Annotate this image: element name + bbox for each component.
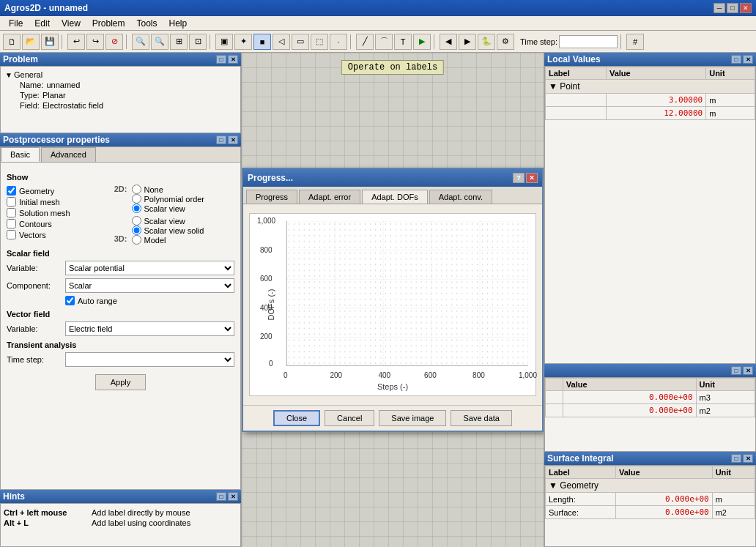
arrow-left[interactable]: ◀ [440,34,457,50]
model-radio[interactable] [132,235,141,245]
time-step-select[interactable] [65,352,234,367]
local-val-1-value: 3.00000 [606,94,705,107]
post-panel-detach[interactable]: □ [216,135,226,144]
geometry-checkbox[interactable] [7,186,16,196]
x-tick-0: 0 [284,371,288,379]
zoom-in-button[interactable]: 🔍 [132,34,149,50]
settings-button[interactable]: ⚙ [497,34,514,50]
zoom-area-button[interactable]: ⊡ [189,34,207,50]
panel2-detach[interactable]: □ [731,366,741,375]
vectors-checkbox[interactable] [7,230,16,239]
auto-range-checkbox[interactable] [65,296,75,305]
hints-panel-close[interactable]: ✕ [228,492,238,501]
vector-variable-select[interactable]: Electric field [65,321,234,336]
post-panel-close[interactable]: ✕ [228,135,238,144]
menu-file[interactable]: File [3,17,29,30]
solid-radio[interactable] [132,226,141,235]
contours-checkbox[interactable] [7,219,16,228]
close-button[interactable]: Close [273,410,320,426]
field-value: Electrostatic field [42,101,103,110]
tree-expand-icon[interactable]: ▼ [5,71,14,79]
dialog-overlay: Progress... ? ✕ Progress Adapt. error Ad… [242,53,544,547]
problem-tree: ▼ General Name: unnamed Type: Planar [1,67,240,133]
save-data-button[interactable]: Save data [451,410,512,426]
solution-mesh-checkbox[interactable] [7,208,16,217]
arrow-right[interactable]: ▶ [459,34,476,50]
rect-button[interactable]: ▭ [292,34,309,50]
scalar-2d-radio[interactable] [132,204,141,213]
contours-label: Contours [19,220,52,228]
tab-adapt-dofs[interactable]: Adapt. DOFs [362,190,428,204]
menu-problem[interactable]: Problem [86,17,131,30]
post-tabs: Basic Advanced [1,147,240,163]
new-button[interactable]: 🗋 [3,34,21,50]
time-step-input[interactable] [559,35,618,48]
scalar-3d-radio[interactable] [132,216,141,226]
problem-panel-title: Problem [3,54,38,64]
dialog-close-btn[interactable]: ✕ [526,173,538,183]
dialog-help-btn[interactable]: ? [513,173,525,183]
close-button[interactable]: ✕ [740,3,752,13]
python-button[interactable]: 🐍 [478,34,495,50]
chart-inner: 1,000 800 600 400 200 0 0 200 400 600 80… [286,221,528,366]
text-button[interactable]: T [394,34,412,50]
polygon-button[interactable]: ◁ [273,34,290,50]
problem-panel-detach[interactable]: □ [216,55,226,64]
zoom-out-button[interactable]: 🔍 [151,34,168,50]
local-values-close[interactable]: ✕ [743,55,753,64]
dialog-body: DOFs (-) [243,204,542,405]
variable-select[interactable]: Scalar potential [65,261,234,275]
problem-panel-close[interactable]: ✕ [228,55,238,64]
save-button[interactable]: 💾 [41,34,59,50]
tab-adapt-conv[interactable]: Adapt. conv. [429,190,492,204]
left-panel: Problem □ ✕ ▼ General Name: unnamed [0,53,242,547]
line-button[interactable]: ╱ [356,34,374,50]
local-values-title: Local Values [547,54,601,64]
component-select[interactable]: Scalar [65,278,234,293]
poly-radio[interactable] [132,194,141,204]
tab-basic[interactable]: Basic [1,147,40,162]
edge-button[interactable]: ■ [253,34,271,50]
none-radio[interactable] [132,185,141,194]
curve-button[interactable]: ⌒ [375,34,393,50]
post-panel-title: Postprocessor properties [3,135,110,145]
node-button[interactable]: ✦ [234,34,252,50]
vector-variable-label: Variable: [7,324,65,333]
tab-adapt-error[interactable]: Adapt. error [299,190,360,204]
move-button[interactable]: ⬚ [311,34,328,50]
menu-help[interactable]: Help [163,17,193,30]
surface-integral-close[interactable]: ✕ [743,454,753,463]
zoom-fit-button[interactable]: ⊞ [170,34,188,50]
sep2 [126,34,129,49]
run-button[interactable]: ▶ [413,34,431,50]
apply-button[interactable]: Apply [95,374,147,390]
cancel-button[interactable]: Cancel [325,410,374,426]
panel2-close[interactable]: ✕ [743,366,753,375]
redo-button[interactable]: ↪ [86,34,104,50]
tab-advanced[interactable]: Advanced [41,147,96,162]
select-button[interactable]: ▣ [215,34,233,50]
save-image-button[interactable]: Save image [379,410,446,426]
stop-button[interactable]: ⊘ [105,34,123,50]
dot-button[interactable]: · [330,34,347,50]
undo-button[interactable]: ↩ [67,34,85,50]
menu-view[interactable]: View [56,17,86,30]
local-values-detach[interactable]: □ [731,55,741,64]
open-button[interactable]: 📂 [22,34,40,50]
maximize-button[interactable]: □ [727,3,738,13]
panel2-section: □ ✕ Value Unit [544,364,756,452]
none-label: None [144,185,163,194]
hints-panel-detach[interactable]: □ [216,492,226,501]
geometry-section: ▼ Geometry [546,479,755,493]
tab-progress[interactable]: Progress [246,190,297,204]
poly-radio-row: Polynomial order [132,194,235,204]
tree-general: ▼ General [4,70,237,80]
si-val-2-unit: m2 [712,506,755,519]
grid-button[interactable]: # [626,34,644,50]
initial-mesh-checkbox[interactable] [7,197,16,206]
surface-integral-detach[interactable]: □ [731,454,741,463]
menu-tools[interactable]: Tools [131,17,163,30]
minimize-button[interactable]: ─ [714,3,725,13]
menu-edit[interactable]: Edit [29,17,56,30]
auto-range-row: Auto range [65,296,234,305]
